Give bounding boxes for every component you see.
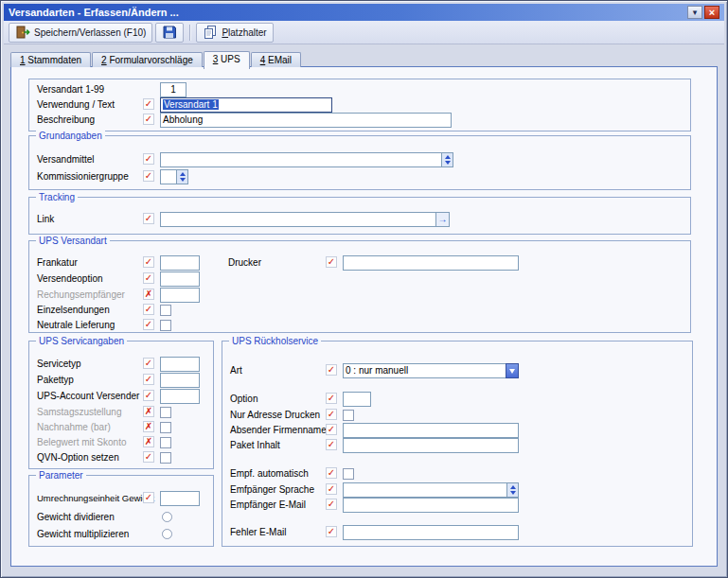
empf-automatisch-active-check-icon[interactable]: ✓ [326, 467, 337, 479]
servicetyp-label: Servicetyp [37, 359, 81, 370]
empfaenger-email-input[interactable] [343, 498, 519, 513]
rechnungsempfaenger-input[interactable] [160, 288, 200, 303]
umrechnung-label: Umrechnungseinheit Gewicht [37, 493, 154, 504]
versandmittel-active-check-icon[interactable]: ✓ [143, 153, 154, 165]
kommissioniergruppe-spinner[interactable] [176, 169, 188, 184]
absender-input[interactable] [343, 423, 519, 438]
versandmittel-spinner[interactable] [441, 152, 453, 167]
umrechnung-active-check-icon[interactable]: ✓ [143, 492, 154, 503]
drucker-input[interactable] [343, 255, 519, 271]
pakettyp-input[interactable] [160, 373, 200, 388]
gewicht-dividieren-radio[interactable] [162, 512, 172, 522]
close-button[interactable]: × [704, 6, 719, 19]
minimize-button[interactable]: ▾ [687, 6, 702, 19]
samstagszustellung-checkbox[interactable] [160, 407, 171, 418]
sprache-spinner[interactable] [506, 482, 519, 498]
tab-strip: 1 Stammdaten 2 Formularvorschläge 3 UPS … [10, 51, 302, 67]
rechnungsempfaenger-label: Rechungsempfänger [37, 289, 125, 301]
link-input[interactable] [160, 212, 450, 227]
beschreibung-input[interactable]: Abholung [160, 113, 452, 128]
save-exit-button[interactable]: Speichern/Verlassen (F10) [9, 23, 152, 43]
platzhalter-button[interactable]: Platzhalter [196, 23, 273, 43]
pakettyp-label: Pakettyp [37, 375, 74, 386]
save-exit-label: Speichern/Verlassen (F10) [34, 27, 146, 38]
save-button[interactable] [155, 23, 184, 43]
beschreibung-label: Beschreibung [37, 114, 95, 126]
art-dropdown[interactable]: 0 : nur manuell [343, 363, 519, 378]
paket-inhalt-label: Paket Inhalt [230, 440, 280, 451]
grundangaben-group: Grundangaben Versandmittel ✓ Kommissioni… [28, 135, 691, 190]
drucker-active-check-icon[interactable]: ✓ [326, 256, 337, 268]
ups-versandart-group: UPS Versandart Frankatur ✓ Drucker ✓ Ver… [28, 240, 691, 333]
tracking-title: Tracking [36, 192, 78, 202]
nur-adresse-label: Nur Adresse Drucken [230, 410, 320, 421]
tab-ups[interactable]: 3 UPS [204, 51, 250, 69]
fehler-email-active-check-icon[interactable]: ✓ [326, 526, 337, 537]
kommissioniergruppe-active-check-icon[interactable]: ✓ [143, 170, 154, 182]
samstagszustellung-inactive-x-icon[interactable]: ✗ [143, 406, 154, 417]
nachnahme-inactive-x-icon[interactable]: ✗ [143, 421, 154, 432]
gewicht-multiplizieren-label: Gewicht multiplizieren [37, 529, 129, 540]
versendeoption-input[interactable] [160, 271, 200, 287]
go-arrow-icon: → [438, 214, 448, 224]
neutrale-lieferung-active-check-icon[interactable]: ✓ [143, 319, 154, 330]
sprache-label: Emfpänger Sprache [230, 484, 314, 496]
frankatur-active-check-icon[interactable]: ✓ [143, 256, 154, 268]
fehler-email-input[interactable] [343, 525, 519, 540]
art-dropdown-button[interactable] [506, 363, 519, 378]
tab-email[interactable]: 4 EMail [251, 52, 301, 67]
spin-up-icon [445, 155, 451, 159]
versandart-number-input[interactable]: 1 [160, 82, 186, 97]
qvn-active-check-icon[interactable]: ✓ [143, 451, 154, 463]
empf-automatisch-checkbox[interactable] [343, 468, 354, 480]
spin-down-icon [510, 491, 516, 495]
nur-adresse-active-check-icon[interactable]: ✓ [326, 409, 337, 420]
spin-up-icon [180, 172, 186, 176]
tab-formularvorschlaege[interactable]: 2 Formularvorschläge [92, 52, 203, 67]
empfaenger-email-active-check-icon[interactable]: ✓ [326, 499, 337, 510]
versandmittel-combobox[interactable] [160, 152, 453, 167]
paket-inhalt-active-check-icon[interactable]: ✓ [326, 439, 337, 450]
absender-active-check-icon[interactable]: ✓ [326, 424, 337, 435]
ups-versandart-title: UPS Versandart [36, 236, 110, 246]
titlebar[interactable]: Versandarten - Erfassen/Ändern ... ▾ × [4, 4, 724, 21]
umrechnung-input[interactable] [160, 491, 200, 506]
absender-label: Absender Firmenname [230, 425, 327, 436]
ups-serviceangaben-title: UPS Servicangaben [36, 336, 127, 346]
samstagszustellung-label: Samstagszustellung [37, 407, 122, 418]
belegwert-inactive-x-icon[interactable]: ✗ [143, 436, 154, 447]
servicetyp-active-check-icon[interactable]: ✓ [143, 358, 154, 369]
ups-account-input[interactable] [160, 389, 200, 404]
neutrale-lieferung-checkbox[interactable] [160, 320, 171, 331]
qvn-checkbox[interactable] [160, 452, 171, 464]
art-active-check-icon[interactable]: ✓ [326, 364, 337, 376]
nachnahme-checkbox[interactable] [160, 422, 171, 433]
rechnungsempfaenger-inactive-x-icon[interactable]: ✗ [143, 289, 154, 300]
ups-account-active-check-icon[interactable]: ✓ [143, 390, 154, 401]
servicetyp-input[interactable] [160, 357, 200, 372]
nur-adresse-checkbox[interactable] [343, 410, 354, 421]
link-go-button[interactable]: → [435, 212, 450, 227]
frankatur-input[interactable] [160, 255, 200, 271]
gewicht-dividieren-label: Gewicht dividieren [37, 512, 115, 523]
sprache-active-check-icon[interactable]: ✓ [326, 483, 337, 495]
ups-account-label: UPS-Account Versender [37, 391, 139, 402]
sprache-combobox[interactable] [343, 482, 519, 498]
beschreibung-active-check-icon[interactable]: ✓ [143, 114, 154, 125]
belegwert-checkbox[interactable] [160, 437, 171, 448]
pakettyp-active-check-icon[interactable]: ✓ [143, 374, 154, 385]
tab-stammdaten[interactable]: 1 Stammdaten [10, 52, 91, 67]
einzelsendungen-active-check-icon[interactable]: ✓ [143, 304, 154, 315]
gewicht-multiplizieren-radio[interactable] [162, 529, 172, 539]
option-input[interactable] [343, 392, 371, 407]
verwendung-text-input[interactable]: Versandart 1 [160, 97, 332, 113]
empfaenger-email-label: Empfänger E-Mail [230, 499, 306, 511]
versendeoption-active-check-icon[interactable]: ✓ [143, 272, 154, 284]
versandarten-window: Versandarten - Erfassen/Ändern ... ▾ × S… [0, 0, 728, 578]
option-active-check-icon[interactable]: ✓ [326, 393, 337, 404]
close-icon: × [709, 8, 715, 18]
einzelsendungen-checkbox[interactable] [160, 305, 171, 316]
verwendung-active-check-icon[interactable]: ✓ [143, 98, 154, 110]
link-active-check-icon[interactable]: ✓ [143, 213, 154, 224]
paket-inhalt-input[interactable] [343, 438, 519, 453]
